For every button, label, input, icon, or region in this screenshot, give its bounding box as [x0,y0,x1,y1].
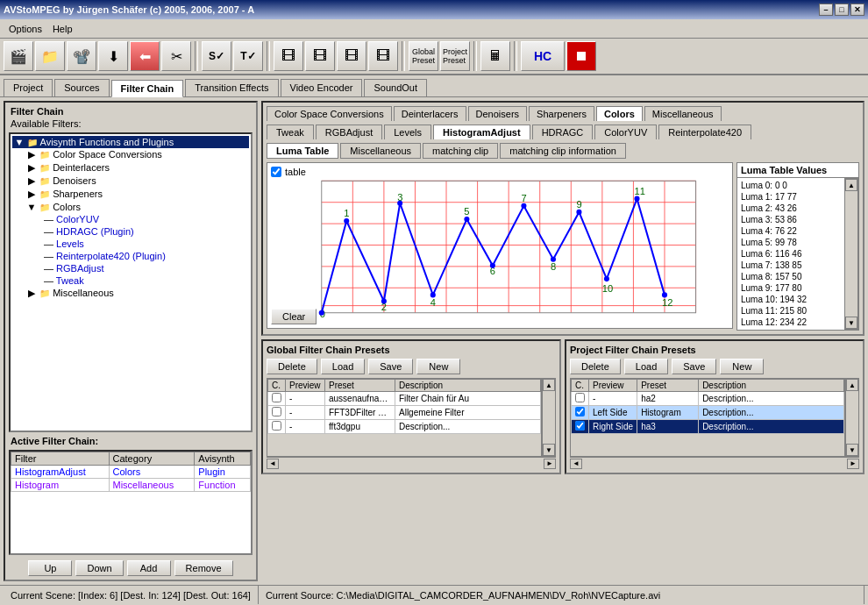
project-load-button[interactable]: Load [624,359,668,374]
tree-view[interactable]: ▼ 📁 Avisynth Functions and Plugins ▶ 📁 C… [9,132,253,432]
luma-list[interactable]: Luma 0: 0 0 Luma 1: 17 77 Luma 2: 43 26 … [737,178,844,330]
global-presets-scrollbar[interactable]: ▲ ▼ [542,378,556,457]
table-row[interactable]: Left Side Histogram Description... [572,406,844,420]
global-new-button[interactable]: New [416,359,460,374]
innertab-misc[interactable]: Miscellaneous [340,143,421,159]
tree-color-space[interactable]: ▶ 📁 Color Space Conversions [12,148,249,161]
subtab-hdragc[interactable]: HDRAGC [532,125,594,139]
scroll-down-btn[interactable]: ▼ [845,317,857,329]
tab-deinterlacers[interactable]: Deinterlacers [394,106,466,121]
tab-color-space-conversions[interactable]: Color Space Conversions [267,106,392,121]
toolbar-btn-7[interactable]: S✓ [202,41,231,71]
row-checkbox[interactable] [575,407,585,416]
project-new-button[interactable]: New [720,359,764,374]
luma-chart[interactable]: table [267,162,733,329]
scroll-right-btn[interactable]: ► [847,459,859,469]
remove-button[interactable]: Remove [174,560,233,576]
tab-soundout[interactable]: SoundOut [364,79,427,96]
row-checkbox[interactable] [272,393,281,402]
toolbar-btn-hc[interactable]: HC [521,41,565,71]
close-button[interactable]: ✕ [850,4,864,16]
tree-miscellaneous[interactable]: ▶ 📁 Miscellaneous [12,287,249,300]
project-save-button[interactable]: Save [672,359,716,374]
toolbar-btn-global[interactable]: GlobalPreset [409,41,438,71]
toolbar-btn-2[interactable]: 📁 [35,41,65,71]
scroll-up-btn[interactable]: ▲ [543,379,555,391]
minimize-button[interactable]: – [819,4,833,16]
row-checkbox[interactable] [575,393,585,402]
table-row[interactable]: Histogram Miscellaneous Function [11,479,251,492]
active-chain-table-container[interactable]: Filter Category Avisynth HistogramAdjust… [9,450,253,555]
global-save-button[interactable]: Save [368,359,413,374]
tree-rgbadjust[interactable]: — RGBAdjust [12,262,249,274]
project-presets-scrollbar[interactable]: ▲ ▼ [845,378,859,457]
scroll-up-btn[interactable]: ▲ [846,379,858,391]
toolbar-btn-3[interactable]: 📽️ [67,41,96,71]
toolbar-btn-5[interactable]: ⬅ [130,41,160,71]
innertab-matching-clip[interactable]: matching clip [423,143,498,159]
table-checkbox[interactable] [271,167,281,177]
tree-colors[interactable]: ▼ 📁 Colors [12,201,249,213]
scroll-down-btn[interactable]: ▼ [846,444,858,456]
tree-hdragc[interactable]: — HDRAGC (Plugin) [12,225,249,238]
tab-sources[interactable]: Sources [54,79,109,96]
tree-reinterpolate[interactable]: — Reinterpolate420 (Plugin) [12,250,249,262]
menu-options[interactable]: Options [4,22,47,36]
table-row[interactable]: Right Side ha3 Description... [572,420,844,434]
toolbar-btn-10[interactable]: 🎞 [305,41,335,71]
tree-avisynth[interactable]: ▼ 📁 Avisynth Functions and Plugins [12,136,249,148]
tab-miscellaneous[interactable]: Miscellaneous [644,106,722,121]
toolbar-btn-9[interactable]: 🎞 [274,41,303,71]
subtab-levels[interactable]: Levels [384,125,431,139]
scroll-up-btn[interactable]: ▲ [845,179,857,191]
tab-project[interactable]: Project [4,79,53,96]
global-h-scroll[interactable]: ◄ ► [267,457,556,469]
scroll-left-btn[interactable]: ◄ [570,459,582,469]
tab-colors[interactable]: Colors [596,106,643,121]
project-h-scroll[interactable]: ◄ ► [570,457,859,469]
down-button[interactable]: Down [75,560,123,576]
toolbar-btn-12[interactable]: 🎞 [368,41,398,71]
subtab-tweak[interactable]: Tweak [267,125,314,139]
global-presets-scroll[interactable]: C. Preview Preset Description - [267,378,542,457]
toolbar-btn-stop[interactable]: ⏹ [566,41,596,71]
toolbar-btn-6[interactable]: ✂ [161,41,191,71]
row-checkbox[interactable] [272,421,281,431]
table-row[interactable]: - aussenaufnahmen Filter Chain für Au [268,392,541,406]
table-row[interactable]: - ha2 Description... [572,392,844,406]
tree-sharpeners[interactable]: ▶ 📁 Sharpeners [12,188,249,201]
innertab-matching-info[interactable]: matching clip information [500,143,626,159]
tree-levels[interactable]: — Levels [12,238,249,250]
subtab-histogramadjust[interactable]: HistogramAdjust [433,125,530,139]
tab-sharpeners[interactable]: Sharpeners [529,106,594,121]
maximize-button[interactable]: □ [835,4,849,16]
toolbar-btn-calc[interactable]: 🖩 [480,41,510,71]
tab-video-encoder[interactable]: Video Encoder [281,79,363,96]
table-row[interactable]: - fft3dgpu Description... [268,420,541,434]
tree-deinterlacers[interactable]: ▶ 📁 Deinterlacers [12,161,249,174]
global-delete-button[interactable]: Delete [267,359,317,374]
scroll-down-btn[interactable]: ▼ [543,444,555,456]
row-checkbox[interactable] [575,421,585,431]
up-button[interactable]: Up [28,560,72,576]
project-presets-scroll[interactable]: C. Preview Preset Description - [570,378,845,457]
table-row[interactable]: - FFT3DFilter + AVS... Allgemeine Filter [268,406,541,420]
project-delete-button[interactable]: Delete [570,359,621,374]
menu-help[interactable]: Help [47,22,78,36]
subtab-rgbadjust[interactable]: RGBAdjust [316,125,382,139]
tab-transition[interactable]: Transition Effects [185,79,278,96]
scroll-left-btn[interactable]: ◄ [267,459,279,469]
tab-denoisers[interactable]: Denoisers [468,106,528,121]
subtab-reinterpolate420[interactable]: Reinterpolate420 [658,125,751,139]
table-row[interactable]: HistogramAdjust Colors Plugin [11,466,251,479]
luma-values-scrollbar[interactable]: ▲ ▼ [844,178,858,330]
toolbar-btn-1[interactable]: 🎬 [4,41,33,71]
tab-filter-chain[interactable]: Filter Chain [111,80,184,97]
row-checkbox[interactable] [272,407,281,416]
add-button[interactable]: Add [127,560,171,576]
toolbar-btn-11[interactable]: 🎞 [337,41,366,71]
clear-button[interactable]: Clear [271,309,317,324]
scroll-right-btn[interactable]: ► [544,459,556,469]
global-load-button[interactable]: Load [321,359,365,374]
innertab-luma[interactable]: Luma Table [267,143,338,159]
